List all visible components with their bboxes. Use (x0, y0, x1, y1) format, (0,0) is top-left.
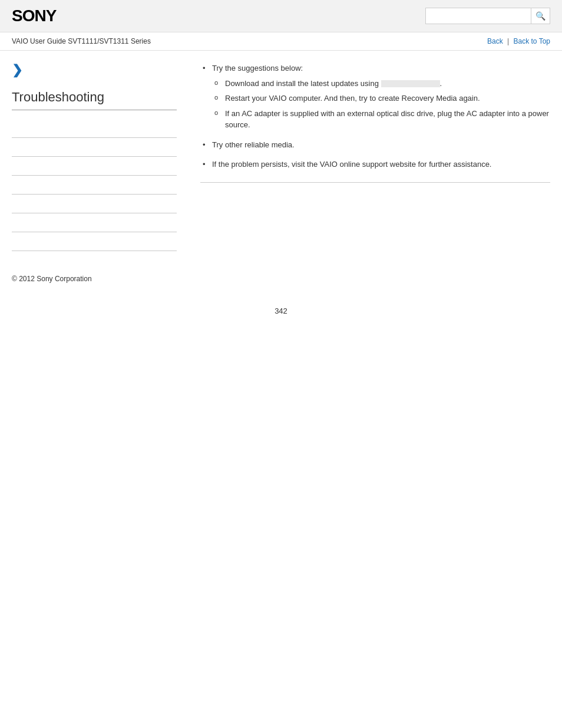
sidebar-nav-link-1[interactable] (12, 124, 14, 133)
list-item (12, 157, 177, 176)
search-input[interactable] (425, 8, 531, 24)
sub-header: VAIO User Guide SVT1111/SVT1311 Series B… (0, 32, 562, 51)
content-list: Try the suggestions below: Download and … (200, 62, 550, 170)
list-item: Try the suggestions below: Download and … (200, 62, 550, 131)
sub-bullet-2: Restart your VAIO computer. And then, tr… (225, 94, 480, 103)
search-icon: 🔍 (535, 11, 546, 21)
list-item: Restart your VAIO computer. And then, tr… (212, 93, 550, 104)
list-item (12, 195, 177, 213)
nav-links: Back | Back to Top (487, 37, 550, 45)
sidebar-nav-link-5[interactable] (12, 200, 14, 208)
link-placeholder (381, 80, 440, 87)
list-item: If an AC adapter is supplied with an ext… (212, 108, 550, 131)
bullet3-text: If the problem persists, visit the VAIO … (212, 160, 491, 169)
bullet2-text: Try other reliable media. (212, 140, 295, 149)
copyright-text: © 2012 Sony Corporation (12, 275, 92, 283)
sidebar: ❯ Troubleshooting (12, 62, 189, 251)
sony-logo: SONY (12, 6, 56, 25)
sub-bullet-3: If an AC adapter is supplied with an ext… (225, 109, 549, 130)
nav-separator: | (507, 37, 509, 45)
list-item (12, 213, 177, 232)
list-item (12, 232, 177, 251)
sidebar-nav-link-4[interactable] (12, 181, 14, 189)
sidebar-nav (12, 119, 177, 251)
sidebar-nav-link-3[interactable] (12, 162, 14, 170)
page-footer: © 2012 Sony Corporation (0, 263, 562, 295)
main-content: ❯ Troubleshooting (0, 51, 562, 263)
content-area: Try the suggestions below: Download and … (189, 62, 550, 251)
page-number: 342 (0, 295, 562, 327)
guide-title: VAIO User Guide SVT1111/SVT1311 Series (12, 37, 151, 45)
page-header: SONY 🔍 (0, 0, 562, 32)
chevron-icon: ❯ (12, 62, 177, 78)
back-link[interactable]: Back (487, 37, 503, 45)
sub-bullet-1: Download and install the latest updates … (225, 79, 442, 88)
sidebar-title: Troubleshooting (12, 90, 177, 110)
search-container: 🔍 (425, 8, 550, 24)
sub-list: Download and install the latest updates … (212, 78, 550, 131)
sidebar-nav-link-7[interactable] (12, 238, 14, 246)
bullet1-text: Try the suggestions below: (212, 64, 303, 73)
list-item (12, 138, 177, 157)
list-item (12, 119, 177, 138)
list-item: If the problem persists, visit the VAIO … (200, 159, 550, 170)
sidebar-nav-link-6[interactable] (12, 219, 14, 227)
list-item: Download and install the latest updates … (212, 78, 550, 90)
list-item: Try other reliable media. (200, 139, 550, 151)
list-item (12, 176, 177, 195)
sidebar-nav-link-2[interactable] (12, 143, 14, 151)
back-to-top-link[interactable]: Back to Top (514, 37, 550, 45)
search-button[interactable]: 🔍 (531, 8, 550, 24)
content-divider (200, 182, 550, 183)
